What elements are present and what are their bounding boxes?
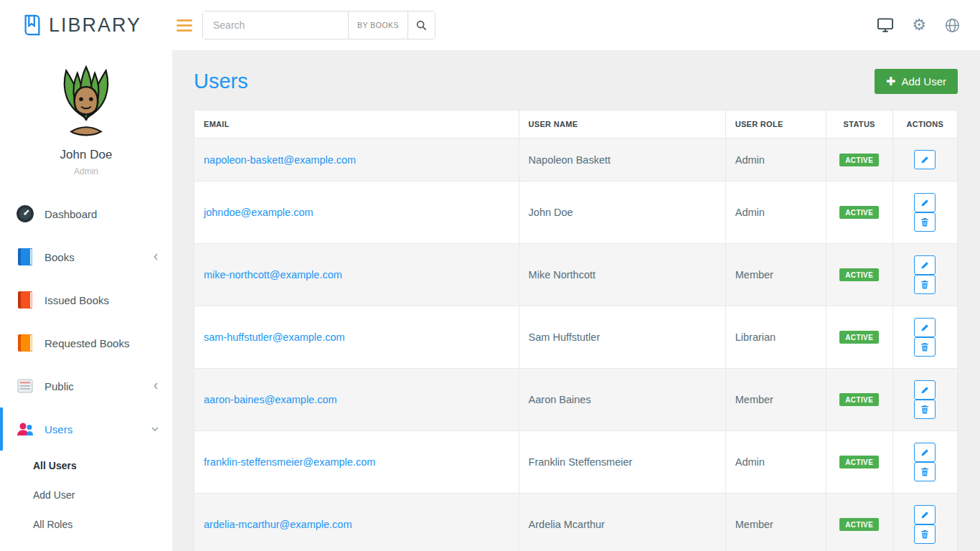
user-avatar <box>46 63 126 141</box>
trash-icon <box>920 342 929 352</box>
column-header-email: EMAIL <box>194 110 519 138</box>
edit-button[interactable] <box>914 150 936 169</box>
search-button[interactable] <box>407 11 435 39</box>
submenu-item-add-user[interactable]: Add User <box>0 480 172 509</box>
table-row: ardelia-mcarthur@example.com Ardelia Mca… <box>194 494 958 551</box>
page-title: Users <box>194 70 248 93</box>
gear-icon[interactable]: ⚙ <box>912 17 926 33</box>
column-header-user-name: USER NAME <box>519 110 725 138</box>
table-header-row: EMAIL USER NAME USER ROLE STATUS ACTIONS <box>194 110 958 138</box>
trash-icon <box>920 280 929 289</box>
sidebar-menu: Dashboard Books Issued Books Requested B… <box>0 192 172 539</box>
chevron-down-icon <box>151 425 159 433</box>
status-badge: ACTIVE <box>839 206 879 219</box>
plus-icon: ✚ <box>886 76 895 88</box>
table-row: franklin-steffensmeier@example.com Frank… <box>194 431 958 494</box>
trash-icon <box>920 405 929 414</box>
status-badge: ACTIVE <box>839 154 879 166</box>
sidebar-item-label: Books <box>44 251 75 263</box>
search-icon <box>416 20 427 31</box>
status-badge: ACTIVE <box>839 456 879 468</box>
search-box: BY BOOKS <box>202 11 435 39</box>
delete-button[interactable] <box>914 524 936 544</box>
edit-button[interactable] <box>914 505 936 524</box>
status-badge: ACTIVE <box>839 518 879 531</box>
sidebar-item-issued-books[interactable]: Issued Books <box>0 278 172 321</box>
profile-name: John Doe <box>0 148 172 162</box>
table-row: johndoe@example.com John Doe Admin ACTIV… <box>194 182 958 244</box>
user-name-cell: Napoleon Baskett <box>519 138 725 182</box>
brand-name: LIBRARY <box>49 14 141 37</box>
user-name-cell: Aaron Baines <box>519 369 725 431</box>
edit-button[interactable] <box>914 318 936 337</box>
sidebar-item-public[interactable]: Public <box>0 364 172 408</box>
search-input[interactable] <box>203 11 348 39</box>
monitor-icon[interactable] <box>877 18 893 33</box>
user-role-cell: Member <box>725 494 826 551</box>
user-role-cell: Librarian <box>725 306 826 369</box>
users-table: EMAIL USER NAME USER ROLE STATUS ACTIONS… <box>194 110 958 551</box>
globe-icon[interactable] <box>945 18 960 33</box>
delete-button[interactable] <box>914 400 936 419</box>
hamburger-icon[interactable] <box>176 19 192 32</box>
add-user-button[interactable]: ✚ Add User <box>875 69 958 94</box>
delete-button[interactable] <box>914 212 936 232</box>
sidebar-item-dashboard[interactable]: Dashboard <box>0 192 172 235</box>
column-header-status: STATUS <box>826 110 892 138</box>
profile-role: Admin <box>0 166 172 176</box>
book-logo-icon <box>22 14 43 37</box>
user-name-cell: Mike Northcott <box>519 244 725 306</box>
edit-button[interactable] <box>914 193 936 212</box>
sidebar-item-label: Requested Books <box>44 337 129 349</box>
user-email-link[interactable]: aaron-baines@example.com <box>204 394 337 405</box>
status-badge: ACTIVE <box>839 331 879 344</box>
edit-button[interactable] <box>914 255 936 275</box>
user-email-link[interactable]: mike-northcott@example.com <box>204 269 342 281</box>
pencil-icon <box>920 511 929 519</box>
user-email-link[interactable]: johndoe@example.com <box>204 207 314 218</box>
user-role-cell: Admin <box>725 138 826 182</box>
edit-button[interactable] <box>914 380 936 400</box>
users-icon <box>14 420 36 438</box>
profile-section: John Doe Admin <box>0 50 172 176</box>
trash-icon <box>920 529 929 539</box>
user-role-cell: Admin <box>725 431 826 494</box>
delete-button[interactable] <box>914 462 936 481</box>
submenu-item-all-roles[interactable]: All Roles <box>0 509 172 539</box>
user-name-cell: Sam Huffstutler <box>519 306 725 369</box>
sidebar-item-users[interactable]: Users <box>0 408 172 451</box>
status-badge: ACTIVE <box>839 393 879 406</box>
table-row: aaron-baines@example.com Aaron Baines Me… <box>194 369 958 431</box>
user-email-link[interactable]: franklin-steffensmeier@example.com <box>204 456 375 468</box>
pencil-icon <box>920 261 929 270</box>
column-header-user-role: USER ROLE <box>725 110 826 138</box>
sidebar-item-label: Dashboard <box>44 208 97 220</box>
book-blue-icon <box>14 248 36 266</box>
pencil-icon <box>920 156 929 164</box>
submenu-item-all-users[interactable]: All Users <box>0 451 172 480</box>
user-name-cell: Ardelia Mcarthur <box>519 494 725 551</box>
chevron-left-icon <box>152 382 159 390</box>
user-email-link[interactable]: ardelia-mcarthur@example.com <box>204 519 352 530</box>
table-row: napoleon-baskett@example.com Napoleon Ba… <box>194 138 958 182</box>
user-name-cell: Franklin Steffensmeier <box>519 431 725 494</box>
brand-logo: LIBRARY <box>0 14 172 37</box>
user-email-link[interactable]: sam-huffstutler@example.com <box>204 331 345 343</box>
user-role-cell: Admin <box>725 182 826 244</box>
user-email-link[interactable]: napoleon-baskett@example.com <box>204 154 356 166</box>
table-row: sam-huffstutler@example.com Sam Huffstut… <box>194 306 958 369</box>
edit-button[interactable] <box>914 443 936 462</box>
delete-button[interactable] <box>914 337 936 357</box>
sidebar-item-requested-books[interactable]: Requested Books <box>0 321 172 364</box>
sidebar-item-books[interactable]: Books <box>0 235 172 278</box>
sidebar: John Doe Admin Dashboard Books Issued Bo… <box>0 50 172 551</box>
add-user-button-label: Add User <box>901 75 946 88</box>
book-orange-icon <box>14 334 36 352</box>
search-filter-dropdown[interactable]: BY BOOKS <box>348 11 407 39</box>
sidebar-item-label: Public <box>44 380 74 392</box>
user-role-cell: Member <box>725 244 826 306</box>
user-role-cell: Member <box>725 369 826 431</box>
pencil-icon <box>920 448 929 457</box>
delete-button[interactable] <box>914 275 936 294</box>
users-submenu: All Users Add User All Roles <box>0 451 172 539</box>
